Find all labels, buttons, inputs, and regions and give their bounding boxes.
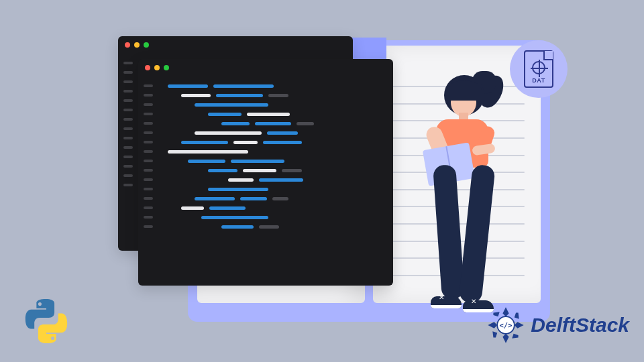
window-controls bbox=[125, 42, 149, 48]
dat-file-icon: DAT bbox=[524, 50, 553, 88]
svg-marker-1 bbox=[515, 322, 524, 328]
line-gutter bbox=[118, 55, 138, 251]
svg-marker-7 bbox=[494, 312, 500, 316]
python-logo-icon bbox=[23, 298, 70, 345]
dat-file-badge: DAT bbox=[510, 40, 568, 98]
shoe-left bbox=[431, 296, 462, 308]
gear-icon bbox=[532, 61, 545, 74]
maximize-dot-icon bbox=[164, 65, 169, 70]
close-dot-icon bbox=[145, 65, 150, 70]
brand-name: DelftStack bbox=[531, 314, 629, 337]
svg-marker-2 bbox=[503, 334, 509, 343]
delftstack-brand: </> DelftStack bbox=[486, 306, 629, 345]
minimize-dot-icon bbox=[134, 42, 140, 48]
svg-marker-5 bbox=[513, 334, 519, 339]
maximize-dot-icon bbox=[144, 42, 149, 48]
svg-marker-0 bbox=[503, 307, 509, 316]
svg-marker-6 bbox=[493, 331, 498, 337]
line-gutter bbox=[138, 78, 158, 286]
minimize-dot-icon bbox=[154, 65, 160, 70]
hair-fringe bbox=[447, 80, 482, 101]
close-dot-icon bbox=[125, 42, 130, 48]
svg-text:</>: </> bbox=[500, 321, 513, 329]
editor-body bbox=[138, 78, 393, 286]
file-extension-label: DAT bbox=[532, 77, 545, 84]
svg-marker-3 bbox=[488, 322, 498, 328]
window-controls bbox=[145, 65, 169, 70]
delftstack-mark-icon: </> bbox=[486, 306, 525, 345]
code-area bbox=[158, 78, 393, 286]
code-editor-window-front bbox=[138, 59, 393, 286]
person-reading-illustration bbox=[407, 72, 521, 320]
leg-right bbox=[458, 164, 495, 304]
svg-marker-4 bbox=[515, 312, 519, 318]
legs bbox=[435, 165, 495, 312]
